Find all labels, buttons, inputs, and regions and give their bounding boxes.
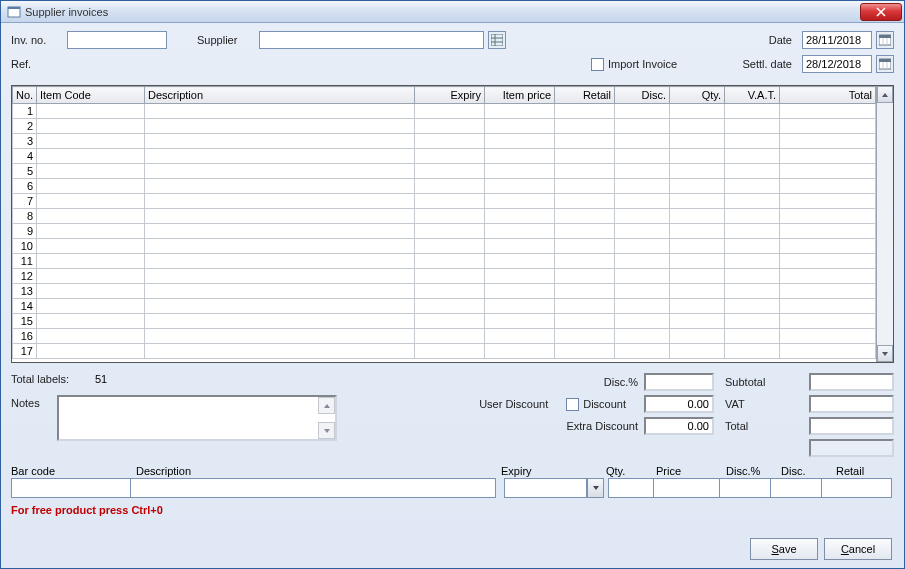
scroll-up-icon[interactable] bbox=[877, 86, 893, 103]
close-button[interactable] bbox=[860, 3, 902, 21]
entry-price-input[interactable] bbox=[654, 478, 720, 498]
col-total[interactable]: Total bbox=[780, 87, 876, 104]
extra-discount-label: Extra Discount bbox=[566, 420, 638, 432]
window-title: Supplier invoices bbox=[25, 6, 860, 18]
total-label: Total bbox=[725, 420, 805, 432]
table-row[interactable]: 2 bbox=[13, 119, 876, 134]
entry-disc-input[interactable] bbox=[771, 478, 822, 498]
col-disc[interactable]: Disc. bbox=[615, 87, 670, 104]
table-row[interactable]: 17 bbox=[13, 344, 876, 359]
extra-discount-field[interactable]: 0.00 bbox=[644, 417, 714, 435]
cancel-button[interactable]: Cancel bbox=[824, 538, 892, 560]
date-label: Date bbox=[752, 34, 792, 46]
entry-retail-input[interactable] bbox=[822, 478, 892, 498]
user-discount-label: User Discount bbox=[479, 398, 548, 410]
subtotal-field bbox=[809, 373, 894, 391]
entry-price-label: Price bbox=[656, 465, 726, 477]
supplier-input[interactable] bbox=[259, 31, 484, 49]
disc-pct-field[interactable] bbox=[644, 373, 714, 391]
button-bar: Save Cancel bbox=[750, 538, 892, 560]
table-row[interactable]: 4 bbox=[13, 149, 876, 164]
entry-disc-pct-input[interactable] bbox=[720, 478, 771, 498]
window: Supplier invoices Inv. no. Supplier Date… bbox=[0, 0, 905, 569]
col-expiry[interactable]: Expiry bbox=[415, 87, 485, 104]
grid-vertical-scrollbar[interactable] bbox=[876, 86, 893, 362]
disc-pct-label: Disc.% bbox=[604, 376, 638, 388]
col-item-price[interactable]: Item price bbox=[485, 87, 555, 104]
settl-date-calendar-button[interactable] bbox=[876, 55, 894, 73]
scroll-down-icon[interactable] bbox=[877, 345, 893, 362]
notes-scroll-down-icon[interactable] bbox=[318, 422, 335, 439]
table-row[interactable]: 7 bbox=[13, 194, 876, 209]
ref-label: Ref. bbox=[11, 58, 63, 70]
total-labels-label: Total labels: bbox=[11, 373, 91, 385]
entry-expiry-dropdown-button[interactable] bbox=[587, 478, 604, 498]
items-grid[interactable]: No. Item Code Description Expiry Item pr… bbox=[11, 85, 894, 363]
supplier-label: Supplier bbox=[197, 34, 255, 46]
inv-no-label: Inv. no. bbox=[11, 34, 63, 46]
col-qty[interactable]: Qty. bbox=[670, 87, 725, 104]
total-field bbox=[809, 417, 894, 435]
notes-label: Notes bbox=[11, 395, 53, 409]
table-row[interactable]: 12 bbox=[13, 269, 876, 284]
notes-scroll-up-icon[interactable] bbox=[318, 397, 335, 414]
col-vat[interactable]: V.A.T. bbox=[725, 87, 780, 104]
entry-retail-label: Retail bbox=[836, 465, 891, 477]
discount-chk-label: Discount bbox=[583, 398, 626, 410]
header-form: Inv. no. Supplier Date Ref. Import Invoi… bbox=[1, 23, 904, 83]
table-row[interactable]: 9 bbox=[13, 224, 876, 239]
supplier-lookup-button[interactable] bbox=[488, 31, 506, 49]
settl-date-input[interactable] bbox=[802, 55, 872, 73]
table-row[interactable]: 6 bbox=[13, 179, 876, 194]
inv-no-input[interactable] bbox=[67, 31, 167, 49]
extra-total-field bbox=[809, 439, 894, 457]
hint-text: For free product press Ctrl+0 bbox=[1, 498, 904, 516]
entry-description-label: Description bbox=[136, 465, 501, 477]
table-row[interactable]: 5 bbox=[13, 164, 876, 179]
table-row[interactable]: 10 bbox=[13, 239, 876, 254]
entry-row: Bar code Description Expiry Qty. Price D… bbox=[1, 461, 904, 498]
svg-rect-2 bbox=[491, 34, 503, 46]
app-icon bbox=[7, 5, 21, 19]
total-labels-value: 51 bbox=[95, 373, 125, 385]
entry-description-input[interactable] bbox=[131, 478, 496, 498]
col-item-code[interactable]: Item Code bbox=[37, 87, 145, 104]
table-row[interactable]: 11 bbox=[13, 254, 876, 269]
settl-date-label: Settl. date bbox=[732, 58, 792, 70]
svg-rect-7 bbox=[879, 35, 891, 38]
vat-label: VAT bbox=[725, 398, 805, 410]
vat-field bbox=[809, 395, 894, 413]
entry-barcode-input[interactable] bbox=[11, 478, 131, 498]
title-bar: Supplier invoices bbox=[1, 1, 904, 23]
entry-expiry-label: Expiry bbox=[501, 465, 606, 477]
entry-qty-input[interactable] bbox=[608, 478, 654, 498]
col-description[interactable]: Description bbox=[145, 87, 415, 104]
notes-textarea[interactable] bbox=[57, 395, 337, 441]
save-button[interactable]: Save bbox=[750, 538, 818, 560]
table-row[interactable]: 14 bbox=[13, 299, 876, 314]
entry-qty-label: Qty. bbox=[606, 465, 656, 477]
table-row[interactable]: 8 bbox=[13, 209, 876, 224]
svg-rect-11 bbox=[879, 59, 891, 62]
col-no[interactable]: No. bbox=[13, 87, 37, 104]
footer-area: Total labels: 51 Notes Disc.% bbox=[1, 369, 904, 461]
table-row[interactable]: 16 bbox=[13, 329, 876, 344]
grid-header-row: No. Item Code Description Expiry Item pr… bbox=[13, 87, 876, 104]
entry-disc-label: Disc. bbox=[781, 465, 836, 477]
discount-checkbox[interactable] bbox=[566, 398, 579, 411]
svg-rect-1 bbox=[8, 7, 20, 9]
entry-expiry-input[interactable] bbox=[504, 478, 587, 498]
table-row[interactable]: 15 bbox=[13, 314, 876, 329]
date-calendar-button[interactable] bbox=[876, 31, 894, 49]
discount-field[interactable]: 0.00 bbox=[644, 395, 714, 413]
table-row[interactable]: 13 bbox=[13, 284, 876, 299]
subtotal-label: Subtotal bbox=[725, 376, 805, 388]
entry-barcode-label: Bar code bbox=[11, 465, 136, 477]
import-invoice-label: Import Invoice bbox=[608, 58, 698, 70]
col-retail[interactable]: Retail bbox=[555, 87, 615, 104]
date-input[interactable] bbox=[802, 31, 872, 49]
table-row[interactable]: 3 bbox=[13, 134, 876, 149]
import-invoice-checkbox[interactable] bbox=[591, 58, 604, 71]
table-row[interactable]: 1 bbox=[13, 104, 876, 119]
entry-disc-pct-label: Disc.% bbox=[726, 465, 781, 477]
